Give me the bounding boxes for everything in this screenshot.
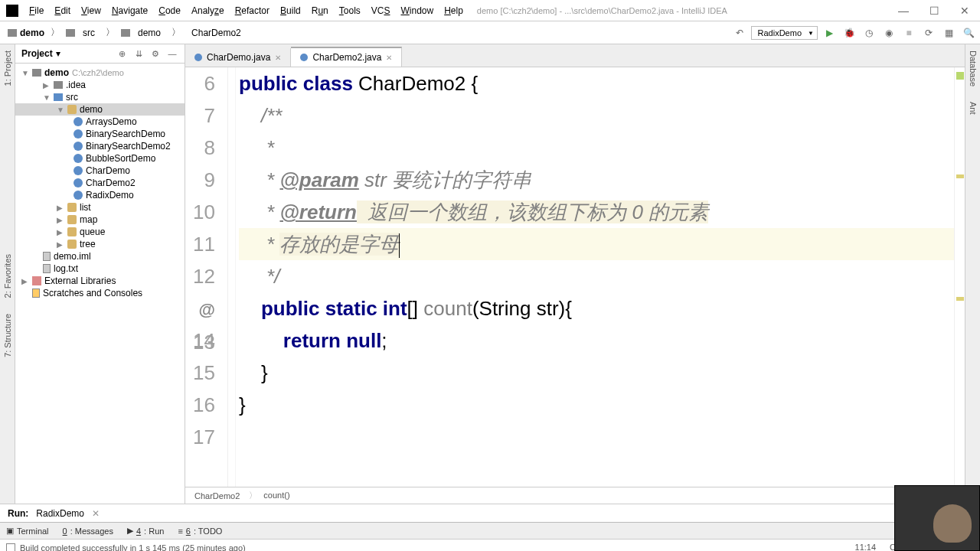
editor-tab-chardemo2[interactable]: CharDemo2.java✕ [291,47,402,67]
back-icon[interactable]: ↶ [731,25,748,41]
editor-breadcrumb-method[interactable]: count() [249,490,289,501]
breadcrumb-src[interactable]: src [61,24,104,41]
webcam-overlay [894,485,980,551]
status-icon[interactable] [6,543,15,552]
stop-button[interactable]: ■ [900,25,917,41]
error-stripe[interactable] [954,67,965,487]
run-toolwindow-header[interactable]: Run: RadixDemo✕ [0,504,980,522]
menu-tools[interactable]: Tools [335,2,365,19]
run-config-name: RadixDemo [36,508,84,519]
editor-breadcrumb-class[interactable]: CharDemo2 [194,491,240,500]
toolwindow-structure[interactable]: 7: Structure [3,314,12,357]
maximize-button[interactable]: ☐ [919,1,949,21]
coverage-button[interactable]: ◷ [861,25,877,41]
window-title: demo [C:\czh2\demo] - ...\src\demo\CharD… [477,6,727,15]
breadcrumb-pkg[interactable]: demo [116,24,170,41]
fold-bar[interactable] [228,67,236,487]
code-area[interactable]: public class CharDemo2 { /** * * @param … [236,67,954,487]
menu-build[interactable]: Build [276,2,305,19]
tree-class: ArraysDemo [15,116,185,128]
close-tab-icon[interactable]: ✕ [386,54,392,62]
caret-position[interactable]: 11:14 [855,543,877,551]
project-view-select[interactable]: Project ▾ [21,48,60,59]
gutter[interactable]: 6789101112@ 1314151617 [185,67,228,487]
app-icon [6,5,18,17]
toolwindow-database[interactable]: Database [969,51,978,86]
menu-refactor[interactable]: Refactor [230,2,274,19]
menu-vcs[interactable]: VCS [367,2,395,19]
menu-help[interactable]: Help [439,2,468,19]
collapse-icon[interactable]: ⇊ [132,47,145,60]
status-bar: Build completed successfully in 1 s 145 … [0,539,980,551]
structure-button[interactable]: ▦ [940,25,957,41]
debug-button[interactable]: 🐞 [841,25,858,41]
project-panel: Project ▾ ⊕ ⇊ ⚙ — ▼demo C:\czh2\demo ▶.i… [15,44,185,504]
status-message: Build completed successfully in 1 s 145 … [20,543,246,552]
tool-todo[interactable]: ≡ 6: TODO [178,527,222,536]
bottom-toolbar: ▣Terminal 0: Messages ▶ 4: Run ≡ 6: TODO [0,522,980,539]
editor-tab-chardemo[interactable]: CharDemo.java✕ [185,48,291,67]
update-button[interactable]: ⟳ [920,25,937,41]
search-button[interactable]: 🔍 [960,25,977,41]
project-tree[interactable]: ▼demo C:\czh2\demo ▶.idea ▼src ▼demo Arr… [15,64,185,504]
menu-navigate[interactable]: Navigate [107,2,152,19]
tool-terminal[interactable]: ▣Terminal [6,526,49,536]
run-config-select[interactable]: RadixDemo [751,26,818,40]
menu-code[interactable]: Code [154,2,185,19]
close-button[interactable]: ✕ [949,1,980,21]
editor-body[interactable]: 6789101112@ 1314151617 public class Char… [185,67,965,487]
editor-breadcrumb: CharDemo2 count() [185,487,965,504]
editor-area: CharDemo.java✕ CharDemo2.java✕ 678910111… [185,44,965,504]
toolwindow-ant[interactable]: Ant [969,102,978,115]
menu-edit[interactable]: Edit [50,2,75,19]
menu-run[interactable]: Run [307,2,333,19]
breadcrumb: demo〉 src〉 demo〉 CharDemo2 [3,24,250,41]
menu-window[interactable]: Window [396,2,438,19]
settings-icon[interactable]: ⚙ [149,47,162,60]
title-bar: File Edit View Navigate Code Analyze Ref… [0,0,980,21]
menu-file[interactable]: File [24,2,48,19]
editor-tabs: CharDemo.java✕ CharDemo2.java✕ [185,44,965,67]
breadcrumb-class[interactable]: CharDemo2 [182,24,250,41]
menu-bar: File Edit View Navigate Code Analyze Ref… [24,2,468,19]
menu-analyze[interactable]: Analyze [187,2,229,19]
profile-button[interactable]: ◉ [880,25,897,41]
hide-icon[interactable]: — [166,47,178,60]
toolwindow-project[interactable]: 1: Project [3,51,12,86]
nav-bar: demo〉 src〉 demo〉 CharDemo2 ↶ RadixDemo ▶… [0,21,980,44]
toolwindow-favorites[interactable]: 2: Favorites [3,254,12,298]
tool-messages[interactable]: 0: Messages [63,527,113,536]
right-toolwindow-bar: Database Ant [965,44,980,504]
close-tab-icon[interactable]: ✕ [275,54,281,62]
breadcrumb-demo[interactable]: demo [3,26,49,40]
left-toolwindow-bar: 1: Project 2: Favorites 7: Structure [0,44,15,504]
run-button[interactable]: ▶ [821,25,838,41]
locate-icon[interactable]: ⊕ [116,47,128,60]
menu-view[interactable]: View [77,2,106,19]
tool-run[interactable]: ▶ 4: Run [127,526,164,536]
project-panel-header: Project ▾ ⊕ ⇊ ⚙ — [15,44,185,64]
minimize-button[interactable]: — [888,1,919,21]
